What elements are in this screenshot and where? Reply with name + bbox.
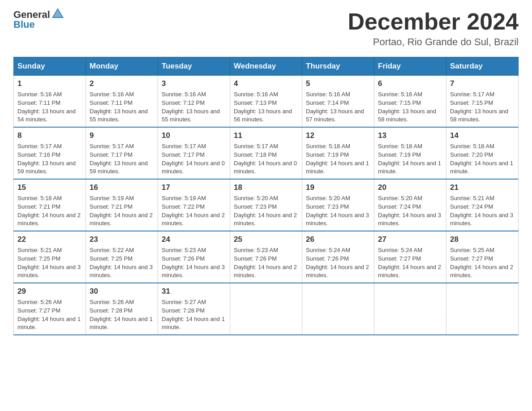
day-sunset: Sunset: 7:26 PM xyxy=(306,255,349,262)
day-daylight: Daylight: 14 hours and 1 minute. xyxy=(306,160,369,175)
day-daylight: Daylight: 13 hours and 59 minutes. xyxy=(17,160,76,175)
day-sunrise: Sunrise: 5:18 AM xyxy=(378,143,422,150)
calendar-cell: 25 Sunrise: 5:23 AM Sunset: 7:26 PM Dayl… xyxy=(230,231,302,283)
day-daylight: Daylight: 13 hours and 59 minutes. xyxy=(90,160,148,175)
calendar-cell: 26 Sunrise: 5:24 AM Sunset: 7:26 PM Dayl… xyxy=(302,231,374,283)
day-sunset: Sunset: 7:20 PM xyxy=(450,151,493,158)
day-daylight: Daylight: 14 hours and 2 minutes. xyxy=(162,212,225,227)
day-sunrise: Sunrise: 5:26 AM xyxy=(90,299,134,305)
day-daylight: Daylight: 14 hours and 1 minute. xyxy=(90,316,153,331)
day-number: 19 xyxy=(306,182,370,193)
logo: General Blue xyxy=(13,9,64,30)
day-sunrise: Sunrise: 5:16 AM xyxy=(162,91,206,98)
calendar-cell: 5 Sunrise: 5:16 AM Sunset: 7:14 PM Dayli… xyxy=(302,76,374,128)
day-sunrise: Sunrise: 5:20 AM xyxy=(378,195,422,201)
title-area: December 2024 Portao, Rio Grande do Sul,… xyxy=(348,9,519,48)
day-number: 9 xyxy=(90,130,154,141)
day-sunrise: Sunrise: 5:17 AM xyxy=(450,91,494,98)
day-sunset: Sunset: 7:25 PM xyxy=(17,255,60,262)
day-number: 23 xyxy=(90,234,154,245)
logo-blue-text: Blue xyxy=(13,19,35,30)
calendar-cell: 13 Sunrise: 5:18 AM Sunset: 7:19 PM Dayl… xyxy=(374,127,446,179)
day-daylight: Daylight: 13 hours and 56 minutes. xyxy=(234,108,292,123)
calendar-cell: 15 Sunrise: 5:18 AM Sunset: 7:21 PM Dayl… xyxy=(14,179,86,231)
weekday-header-wednesday: Wednesday xyxy=(230,57,302,76)
day-sunset: Sunset: 7:27 PM xyxy=(378,255,421,262)
calendar-cell: 19 Sunrise: 5:20 AM Sunset: 7:23 PM Dayl… xyxy=(302,179,374,231)
day-daylight: Daylight: 14 hours and 0 minutes. xyxy=(162,160,225,175)
day-sunrise: Sunrise: 5:17 AM xyxy=(90,143,134,150)
calendar-cell: 29 Sunrise: 5:26 AM Sunset: 7:27 PM Dayl… xyxy=(14,283,86,335)
calendar-cell: 20 Sunrise: 5:20 AM Sunset: 7:24 PM Dayl… xyxy=(374,179,446,231)
calendar-cell: 2 Sunrise: 5:16 AM Sunset: 7:11 PM Dayli… xyxy=(86,76,158,128)
calendar-cell: 14 Sunrise: 5:18 AM Sunset: 7:20 PM Dayl… xyxy=(446,127,519,179)
calendar-cell: 23 Sunrise: 5:22 AM Sunset: 7:25 PM Dayl… xyxy=(86,231,158,283)
day-sunrise: Sunrise: 5:22 AM xyxy=(90,247,134,253)
day-number: 13 xyxy=(378,130,442,141)
day-number: 18 xyxy=(234,182,298,193)
day-number: 25 xyxy=(234,234,298,245)
calendar-cell: 22 Sunrise: 5:21 AM Sunset: 7:25 PM Dayl… xyxy=(14,231,86,283)
day-sunset: Sunset: 7:27 PM xyxy=(450,255,493,262)
calendar-subtitle: Portao, Rio Grande do Sul, Brazil xyxy=(348,36,519,48)
day-daylight: Daylight: 14 hours and 3 minutes. xyxy=(378,212,441,227)
day-number: 2 xyxy=(90,78,154,90)
day-daylight: Daylight: 13 hours and 58 minutes. xyxy=(450,108,508,123)
day-sunrise: Sunrise: 5:16 AM xyxy=(378,91,422,98)
day-sunset: Sunset: 7:19 PM xyxy=(378,151,421,158)
day-sunrise: Sunrise: 5:20 AM xyxy=(306,195,350,201)
day-daylight: Daylight: 14 hours and 3 minutes. xyxy=(450,212,513,227)
calendar-cell: 24 Sunrise: 5:23 AM Sunset: 7:26 PM Dayl… xyxy=(158,231,230,283)
calendar-week-row: 1 Sunrise: 5:16 AM Sunset: 7:11 PM Dayli… xyxy=(14,76,519,128)
day-sunset: Sunset: 7:15 PM xyxy=(378,99,421,106)
day-sunrise: Sunrise: 5:16 AM xyxy=(234,91,278,98)
day-sunrise: Sunrise: 5:17 AM xyxy=(17,143,62,150)
day-number: 6 xyxy=(378,78,442,90)
day-sunrise: Sunrise: 5:19 AM xyxy=(90,195,134,201)
day-number: 14 xyxy=(450,130,515,141)
day-sunset: Sunset: 7:26 PM xyxy=(234,255,277,262)
day-sunset: Sunset: 7:16 PM xyxy=(17,151,60,158)
calendar-cell: 31 Sunrise: 5:27 AM Sunset: 7:28 PM Dayl… xyxy=(158,283,230,335)
day-daylight: Daylight: 14 hours and 1 minute. xyxy=(17,316,81,331)
day-sunrise: Sunrise: 5:26 AM xyxy=(17,299,62,305)
calendar-cell: 8 Sunrise: 5:17 AM Sunset: 7:16 PM Dayli… xyxy=(14,127,86,179)
day-sunset: Sunset: 7:11 PM xyxy=(17,99,60,106)
calendar-cell: 1 Sunrise: 5:16 AM Sunset: 7:11 PM Dayli… xyxy=(14,76,86,128)
day-daylight: Daylight: 13 hours and 55 minutes. xyxy=(90,108,148,123)
day-number: 31 xyxy=(162,286,226,297)
day-number: 27 xyxy=(378,234,442,245)
day-number: 5 xyxy=(306,78,370,90)
day-sunset: Sunset: 7:17 PM xyxy=(90,151,133,158)
weekday-header-tuesday: Tuesday xyxy=(158,57,230,76)
day-daylight: Daylight: 14 hours and 1 minute. xyxy=(378,160,441,175)
day-number: 26 xyxy=(306,234,370,245)
day-sunset: Sunset: 7:17 PM xyxy=(162,151,205,158)
day-number: 17 xyxy=(162,182,226,193)
day-sunrise: Sunrise: 5:20 AM xyxy=(234,195,278,201)
day-daylight: Daylight: 14 hours and 2 minutes. xyxy=(234,212,297,227)
day-number: 12 xyxy=(306,130,370,141)
day-sunset: Sunset: 7:23 PM xyxy=(306,203,349,210)
calendar-cell xyxy=(374,283,446,335)
day-daylight: Daylight: 14 hours and 1 minute. xyxy=(450,160,513,175)
day-number: 1 xyxy=(17,78,82,90)
day-daylight: Daylight: 14 hours and 2 minutes. xyxy=(17,212,81,227)
calendar-cell xyxy=(302,283,374,335)
day-number: 4 xyxy=(234,78,298,90)
day-sunset: Sunset: 7:19 PM xyxy=(306,151,349,158)
day-number: 22 xyxy=(17,234,82,245)
calendar-week-row: 22 Sunrise: 5:21 AM Sunset: 7:25 PM Dayl… xyxy=(14,231,519,283)
day-daylight: Daylight: 13 hours and 58 minutes. xyxy=(378,108,436,123)
calendar-cell: 28 Sunrise: 5:25 AM Sunset: 7:27 PM Dayl… xyxy=(446,231,519,283)
day-sunset: Sunset: 7:22 PM xyxy=(162,203,205,210)
day-number: 8 xyxy=(17,130,82,141)
calendar-cell: 16 Sunrise: 5:19 AM Sunset: 7:21 PM Dayl… xyxy=(86,179,158,231)
day-sunrise: Sunrise: 5:21 AM xyxy=(450,195,494,201)
day-number: 3 xyxy=(162,78,226,90)
calendar-cell xyxy=(230,283,302,335)
weekday-header-sunday: Sunday xyxy=(14,57,86,76)
day-sunrise: Sunrise: 5:27 AM xyxy=(162,299,206,305)
day-number: 30 xyxy=(90,286,154,297)
day-daylight: Daylight: 14 hours and 2 minutes. xyxy=(450,264,513,279)
